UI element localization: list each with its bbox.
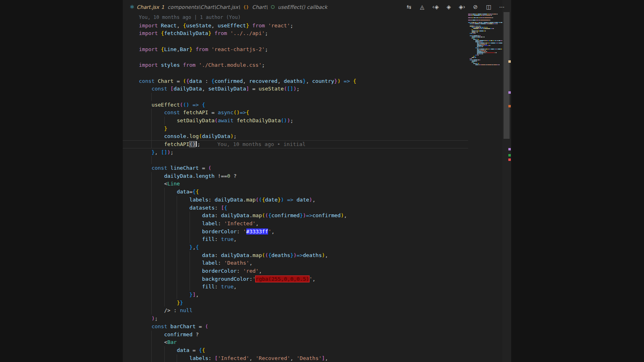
code-token: data [177, 347, 189, 353]
minimap-line [468, 63, 502, 64]
minimap-token [473, 17, 473, 18]
code-line: useEffect(() => { [123, 101, 502, 109]
code-token [227, 30, 230, 36]
code-line: data={{ [123, 188, 502, 196]
code-token: . [192, 173, 196, 179]
code-token: ) [337, 78, 341, 84]
open-changes-icon[interactable]: ◈ [444, 2, 453, 11]
code-token: dailyData [221, 212, 249, 218]
minimap-token [499, 64, 500, 65]
react-file-icon: ⚛ [130, 4, 135, 10]
code-token: ? [230, 173, 237, 179]
minimap-token [498, 49, 501, 49]
code-line: data = {{ [123, 346, 502, 354]
code-token: 'Infected' [218, 355, 249, 361]
minimap-token [472, 22, 475, 23]
minimap-token [475, 14, 476, 14]
code-token: 'red' [243, 268, 259, 274]
next-change-icon[interactable]: ◈› [458, 2, 466, 11]
vertical-scrollbar[interactable] [502, 0, 511, 362]
minimap-token [488, 45, 489, 46]
code-token: } [290, 252, 293, 258]
indent-guide [190, 220, 190, 228]
minimap-token [478, 14, 481, 14]
indent-guide [151, 220, 152, 228]
code-token [189, 102, 192, 108]
minimap-token [475, 33, 475, 34]
code-token: 'Recovered' [256, 355, 290, 361]
compare-changes-icon[interactable]: ⇆ [405, 2, 413, 11]
minimap-line [468, 47, 502, 48]
code-token [158, 23, 161, 29]
minimap-token [483, 22, 483, 23]
code-token: { [161, 30, 164, 36]
code-token: => [287, 197, 293, 203]
split-editor-icon[interactable]: ◫ [484, 2, 493, 11]
minimap[interactable] [468, 14, 502, 175]
code-token: ) [230, 133, 233, 139]
code-token: ( [205, 323, 208, 329]
code-line: borderColor: 'red', [123, 267, 502, 275]
indent-guide [164, 275, 165, 283]
minimap-token [497, 49, 497, 49]
code-token: 'Deaths' [297, 355, 322, 361]
minimap-token [490, 14, 491, 14]
open-changes-with-icon[interactable]: ⊘ [471, 2, 480, 11]
code-line: <Line [123, 180, 502, 188]
minimap-line [468, 31, 502, 31]
minimap-line [468, 62, 502, 63]
minimap-token [477, 14, 477, 14]
minimap-token [475, 41, 479, 42]
minimap-token [473, 62, 474, 63]
code-token: borderColor [202, 228, 237, 234]
ruler-mark [508, 91, 511, 94]
minimap-token [479, 40, 479, 41]
minimap-line [468, 53, 502, 54]
minimap-token [475, 26, 476, 27]
breadcrumb-path[interactable]: components\Chart\Chart.jsx\ [167, 4, 240, 10]
breadcrumb-symbol-useeffect[interactable]: useEffect() callback [278, 4, 327, 10]
code-token: , [325, 355, 328, 361]
ruler-mark [508, 158, 511, 161]
minimap-token [479, 41, 480, 42]
previous-change-icon[interactable]: ‹◈ [431, 2, 440, 11]
minimap-token [493, 64, 497, 65]
minimap-token [474, 60, 477, 60]
minimap-token [499, 43, 502, 43]
code-token: data [202, 252, 215, 258]
minimap-token [496, 52, 497, 53]
text-cursor [196, 141, 197, 147]
code-token: } [208, 30, 211, 36]
minimap-line [468, 58, 502, 59]
minimap-line [468, 20, 502, 21]
minimap-token [473, 60, 473, 60]
minimap-token [485, 52, 486, 53]
minimap-token [485, 15, 485, 16]
code-token: labels [190, 197, 208, 203]
code-token: { [202, 347, 205, 353]
minimap-token [485, 27, 486, 28]
code-token: fetchAPI [183, 109, 208, 115]
minimap-token [495, 23, 496, 24]
code-token: console [164, 133, 186, 139]
breadcrumb-file-name[interactable]: Chart.jsx [137, 4, 159, 10]
minimap-token [477, 53, 479, 54]
indent-guide [151, 212, 152, 220]
file-annotations-icon[interactable]: ◬ [418, 2, 427, 11]
minimap-token [474, 15, 480, 16]
minimap-token [481, 37, 482, 37]
code-line: const [dailyData, setDailyData] = useSta… [123, 85, 502, 93]
code-token [192, 46, 196, 52]
code-line: const lineChart = ( [123, 164, 502, 172]
code-token: backgroundColor [202, 276, 249, 282]
code-token: map [252, 252, 262, 258]
indent-guide [177, 235, 177, 243]
breadcrumb-symbol-chart[interactable]: Chart\ [252, 4, 268, 10]
minimap-token [481, 50, 485, 51]
indent-guide [151, 172, 152, 180]
code-token: React [161, 23, 177, 29]
code-token: dailyData [215, 197, 243, 203]
code-token: , [243, 78, 249, 84]
code-area[interactable]: You, 10 months ago | 1 author (You) impo… [123, 14, 502, 362]
minimap-token [488, 22, 489, 23]
